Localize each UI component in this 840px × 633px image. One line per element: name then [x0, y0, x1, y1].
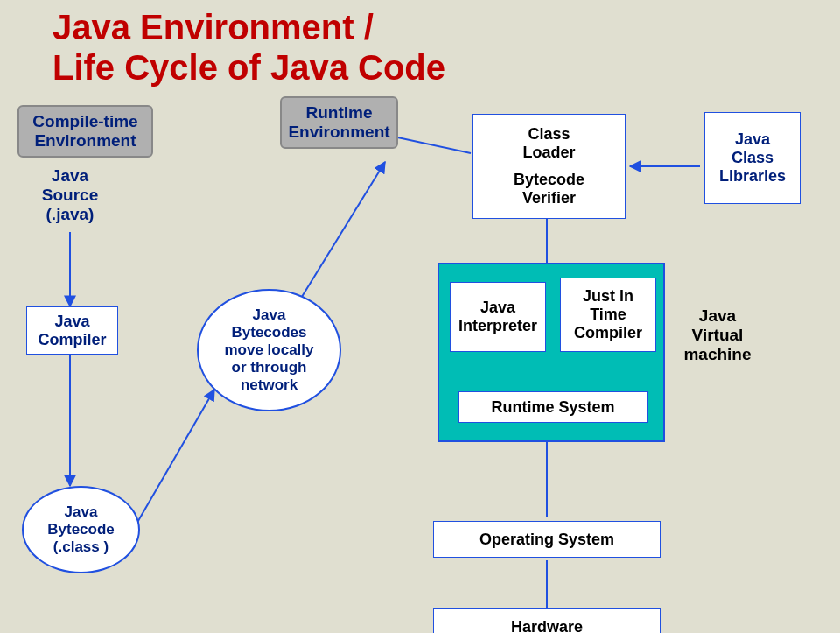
svg-line-2 — [136, 390, 214, 525]
diagram-title: Java Environment / Life Cycle of Java Co… — [52, 7, 445, 88]
java-bytecode-ellipse: Java Bytecode (.class ) — [22, 486, 140, 573]
svg-line-3 — [293, 162, 385, 311]
title-line-2: Life Cycle of Java Code — [52, 47, 445, 88]
class-loader-label: Class Loader — [522, 125, 575, 162]
java-source-label: Java Source (.java) — [35, 166, 105, 224]
jvm-label: Java Virtual machine — [678, 306, 757, 364]
jvm-box: Java Interpreter Just in Time Compiler R… — [438, 263, 665, 442]
class-libraries-box: Java Class Libraries — [704, 112, 801, 204]
operating-system-box: Operating System — [433, 521, 661, 558]
bytecode-verifier-label: Bytecode Verifier — [514, 171, 584, 207]
title-line-1: Java Environment / — [52, 7, 445, 47]
jit-compiler-box: Just in Time Compiler — [560, 278, 656, 352]
svg-line-4 — [389, 136, 471, 153]
java-compiler-box: Java Compiler — [26, 306, 118, 355]
interpreter-box: Java Interpreter — [450, 282, 546, 352]
compile-time-env-box: Compile-time Environment — [18, 105, 153, 158]
bytecodes-move-ellipse: Java Bytecodes move locally or through n… — [197, 289, 341, 411]
hardware-box: Hardware — [433, 608, 661, 633]
class-loader-verifier-box: Class Loader Bytecode Verifier — [472, 114, 626, 219]
runtime-env-box: Runtime Environment — [280, 96, 398, 149]
runtime-system-box: Runtime System — [458, 391, 648, 423]
